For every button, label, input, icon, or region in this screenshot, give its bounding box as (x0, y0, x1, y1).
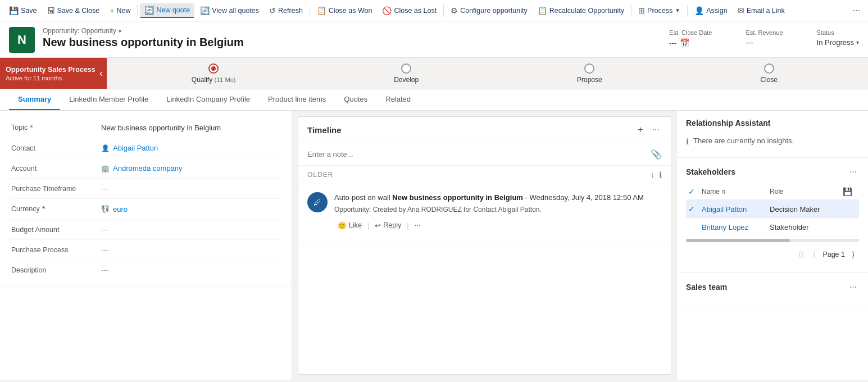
stakeholders-more-button[interactable]: ··· (847, 166, 859, 178)
stakeholders-scrollbar[interactable] (686, 239, 859, 242)
assign-button[interactable]: 👤 Assign (690, 4, 732, 17)
stage-close[interactable]: Close (760, 63, 778, 84)
sales-team-more-button[interactable]: ··· (847, 281, 859, 293)
configure-icon: ⚙ (451, 6, 458, 15)
new-icon: + (110, 6, 114, 15)
record-entity[interactable]: Opportunity: Opportunity ▾ (43, 27, 661, 35)
process-collapse-icon[interactable]: ‹ (96, 58, 107, 89)
divider1 (137, 5, 138, 16)
close-won-button[interactable]: 📋 Close as Won (312, 4, 377, 17)
record-avatar: N (9, 27, 35, 53)
main-content: Topic * New business opportunity in Belg… (0, 111, 868, 380)
close-lost-button[interactable]: 🚫 Close as Lost (378, 4, 441, 17)
timeline-item-actions: 🙂 Like | ↩ Reply | ··· (334, 219, 662, 232)
record-meta: Est. Close Date --- 📅 Est. Revenue --- S… (669, 27, 859, 47)
purchase-process-field-row: Purchase Process --- (11, 240, 280, 260)
stakeholders-pagination: ⟨⟨ ⟨ Page 1 ⟩ (686, 244, 859, 265)
like-button[interactable]: 🙂 Like (334, 219, 365, 232)
col-name[interactable]: Name ⇅ (699, 184, 767, 200)
older-icons: ↓ ℹ (651, 170, 662, 179)
timeline-item-more-button[interactable]: ··· (411, 219, 424, 231)
stage-qualify-circle (208, 63, 219, 74)
field-section: Topic * New business opportunity in Belg… (0, 111, 292, 287)
col-role: Role (767, 184, 840, 200)
process-stages: Qualify (11 Mo) Develop Propose Close (101, 58, 868, 89)
refresh-button[interactable]: ↺ Refresh (265, 4, 307, 17)
reply-button[interactable]: ↩ Reply (371, 219, 405, 232)
stage-develop[interactable]: Develop (394, 63, 419, 84)
tab-summary[interactable]: Summary (9, 89, 60, 110)
tab-product-line-items[interactable]: Product line items (259, 89, 335, 110)
tab-linkedin-member[interactable]: LinkedIn Member Profile (60, 89, 157, 110)
purchase-timeframe-label: Purchase Timeframe (11, 185, 101, 193)
save-icon: 💾 (9, 6, 19, 15)
sales-team-title: Sales team (686, 283, 847, 292)
calendar-icon[interactable]: 📅 (680, 38, 689, 47)
timeline-item-avatar: 🖊 (307, 192, 328, 212)
row2-check (686, 219, 699, 237)
save-button[interactable]: 💾 Save (4, 4, 42, 17)
row1-name[interactable]: Abigail Patton (699, 200, 767, 219)
est-revenue-field: Est. Revenue --- (746, 29, 783, 47)
scrollbar-thumb (686, 239, 790, 242)
save-close-button[interactable]: 🖫 Save & Close (43, 4, 104, 17)
more-button[interactable]: ··· (849, 3, 864, 18)
currency-link-icon: 💱 (101, 205, 110, 213)
contact-field-row: Contact 👤 Abigail Patton (11, 138, 280, 158)
email-link-button[interactable]: ✉ Email a Link (733, 4, 789, 17)
purchase-timeframe-field-row: Purchase Timeframe --- (11, 179, 280, 199)
table-save-icon[interactable]: 💾 (843, 187, 852, 196)
view-all-quotes-button[interactable]: 🔄 View all quotes (196, 4, 263, 17)
clip-icon[interactable]: 📎 (651, 149, 662, 160)
first-page-button[interactable]: ⟨⟨ (796, 249, 806, 260)
row1-actions (840, 200, 859, 219)
stage-qualify[interactable]: Qualify (11 Mo) (192, 63, 236, 84)
stage-propose[interactable]: Propose (577, 63, 602, 84)
tab-quotes[interactable]: Quotes (335, 89, 376, 110)
record-info: Opportunity: Opportunity ▾ New business … (43, 27, 661, 49)
timeline-item-content: Auto-post on wall New business opportuni… (334, 192, 662, 232)
new-button[interactable]: + New (105, 4, 135, 17)
est-revenue-value: --- (746, 38, 783, 47)
recalculate-icon: 📋 (538, 6, 547, 15)
description-field-row: Description --- (11, 260, 280, 280)
stage-propose-circle (584, 63, 594, 74)
name-sort-icon[interactable]: ⇅ (721, 189, 726, 195)
row2-actions (840, 219, 859, 237)
status-dropdown[interactable]: In Progress ▾ (817, 38, 859, 47)
currency-value[interactable]: 💱 euro (101, 205, 280, 213)
process-button[interactable]: ⊞ Process ▼ (634, 4, 685, 17)
info-icon[interactable]: ℹ (659, 170, 662, 179)
status-field: Status In Progress ▾ (817, 29, 859, 47)
tab-linkedin-company[interactable]: LinkedIn Company Profile (157, 89, 259, 110)
next-page-button[interactable]: ⟩ (849, 249, 857, 260)
currency-field-row: Currency * 💱 euro (11, 199, 280, 220)
purchase-timeframe-value[interactable]: --- (101, 184, 280, 193)
note-input[interactable] (307, 150, 646, 158)
insight-info-icon: ℹ (686, 137, 689, 146)
process-chevron-icon: ▼ (675, 7, 680, 13)
toolbar: 💾 Save 🖫 Save & Close + New 🔄 New quote … (0, 0, 868, 21)
row2-name[interactable]: Brittany Lopez (699, 219, 767, 237)
description-label: Description (11, 266, 101, 274)
tab-related[interactable]: Related (376, 89, 420, 110)
new-quote-button[interactable]: 🔄 New quote (140, 3, 194, 18)
description-value[interactable]: --- (101, 266, 280, 274)
contact-value[interactable]: 👤 Abigail Patton (101, 144, 280, 152)
timeline-header: Timeline + ··· (298, 117, 671, 143)
topic-value[interactable]: New business opportunity in Belgium (101, 124, 280, 132)
prev-page-button[interactable]: ⟨ (811, 249, 818, 260)
budget-amount-value[interactable]: --- (101, 225, 280, 234)
stakeholders-header: Stakeholders ··· (686, 166, 859, 178)
account-value[interactable]: 🏢 Andromeda company (101, 164, 280, 172)
stakeholders-title: Stakeholders (686, 167, 847, 176)
configure-opp-button[interactable]: ⚙ Configure opportunity (446, 4, 532, 17)
check-header-icon: ✓ (688, 187, 695, 196)
timeline-more-button[interactable]: ··· (650, 124, 662, 136)
timeline-add-button[interactable]: + (635, 124, 645, 136)
purchase-process-value[interactable]: --- (101, 245, 280, 254)
recalculate-button[interactable]: 📋 Recalculate Opportunity (533, 4, 629, 17)
relationship-assistant-section: Relationship Assistant ℹ There are curre… (677, 111, 868, 158)
sort-down-icon[interactable]: ↓ (651, 170, 655, 179)
like-icon: 🙂 (338, 221, 347, 230)
